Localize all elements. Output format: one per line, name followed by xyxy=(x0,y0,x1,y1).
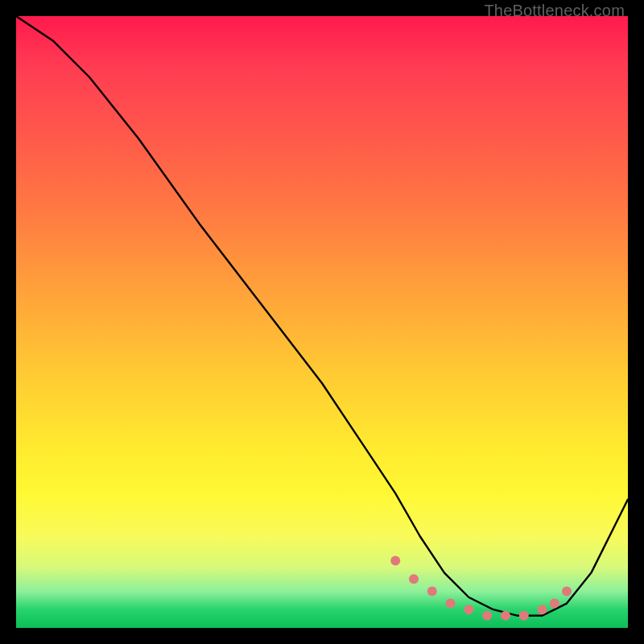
optimal-point xyxy=(409,574,419,584)
optimal-point xyxy=(501,611,510,621)
optimal-point xyxy=(482,611,492,621)
optimal-range-markers xyxy=(390,555,572,620)
optimal-point xyxy=(538,605,547,614)
optimal-point xyxy=(446,599,456,609)
optimal-point xyxy=(390,555,400,565)
bottleneck-curve xyxy=(16,16,628,616)
optimal-point xyxy=(464,605,473,614)
optimal-point xyxy=(519,611,529,621)
optimal-point xyxy=(550,599,559,609)
optimal-point xyxy=(562,586,572,596)
chart-frame: TheBottleneck.com xyxy=(0,0,644,644)
plot-area xyxy=(16,16,628,628)
curve-svg xyxy=(16,16,628,628)
optimal-point xyxy=(427,586,437,596)
